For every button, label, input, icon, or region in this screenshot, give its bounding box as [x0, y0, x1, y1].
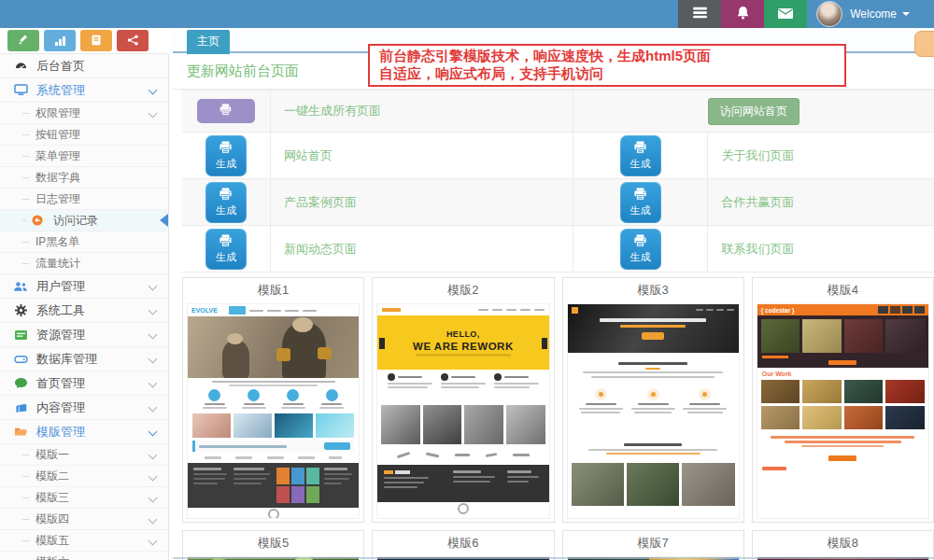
contacts-button[interactable] — [80, 30, 112, 51]
sidebar-item-template-1[interactable]: 模版一 — [0, 444, 168, 466]
sidebar-item-template-6[interactable]: 模版六 — [0, 552, 168, 560]
sidebar-item-visit-records[interactable]: 访问记录 — [0, 210, 168, 231]
monitor-icon — [12, 84, 29, 96]
record-icon — [29, 215, 46, 226]
printer-icon — [219, 103, 233, 119]
generate-contact-button[interactable]: 生成 — [620, 229, 661, 270]
page-name: 关于我们页面 — [721, 147, 794, 164]
sidebar-item-system-tools[interactable]: 系统工具 — [0, 299, 168, 323]
template-card-7[interactable]: 模版7 — [562, 530, 744, 560]
generate-home-button[interactable]: 生成 — [205, 135, 247, 176]
sidebar-item-ip-blacklist[interactable]: IP黑名单 — [0, 231, 168, 253]
book-icon — [91, 33, 102, 49]
sidebar-item-database-mgmt[interactable]: 数据库管理 — [0, 347, 168, 371]
sidebar-item-permission-mgmt[interactable]: 权限管理 — [0, 103, 168, 124]
sidebar-item-label: 模版管理 — [36, 424, 85, 441]
notifications-button[interactable] — [721, 0, 764, 28]
sidebar-item-dashboard[interactable]: 后台首页 — [0, 54, 168, 78]
welcome-menu[interactable]: Welcome — [850, 7, 910, 21]
chevron-down-icon — [149, 493, 158, 502]
sidebar-item-label: 访问记录 — [53, 213, 98, 229]
book-icon — [12, 402, 29, 413]
theme-fab-button[interactable] — [914, 31, 934, 57]
sidebar-item-data-dict[interactable]: 数据字典 — [0, 167, 168, 189]
chevron-down-icon — [149, 536, 158, 545]
share-button[interactable] — [117, 30, 149, 51]
topbar: Welcome — [0, 0, 934, 28]
mail-icon — [778, 6, 793, 22]
printer-icon — [632, 141, 648, 156]
sidebar-item-label: 内容管理 — [36, 399, 85, 416]
printer-icon — [632, 234, 648, 249]
sidebar-item-resource-mgmt[interactable]: 资源管理 — [0, 323, 168, 347]
page-title: 更新网站前台页面 — [187, 63, 299, 78]
sidebar-item-system-mgmt[interactable]: 系统管理 — [0, 78, 168, 103]
table-row: 生成 新闻动态页面 生成 联系我们页面 — [182, 226, 934, 273]
template-preview — [568, 304, 739, 518]
edit-button[interactable] — [7, 30, 39, 51]
gear-icon — [12, 304, 29, 316]
messages-button[interactable] — [764, 0, 807, 28]
table-row: 生成 网站首页 生成 关于我们页面 — [182, 133, 934, 179]
horizontal-scrollbar[interactable] — [173, 557, 934, 559]
comment-icon — [12, 377, 29, 389]
sidebar-item-template-3[interactable]: 模版三 — [0, 487, 168, 509]
sidebar-item-label: 后台首页 — [36, 58, 85, 75]
template-card-6[interactable]: 模版6 — [372, 530, 554, 560]
template-grid: 模版1 EVOLVE — [182, 277, 934, 560]
template-card-1[interactable]: 模版1 EVOLVE — [182, 277, 364, 523]
template-card-8[interactable]: 模版8 — [752, 530, 934, 560]
menu-button[interactable] — [678, 0, 721, 28]
sidebar-item-traffic-stats[interactable]: 流量统计 — [0, 253, 168, 274]
sidebar-item-label: 资源管理 — [36, 327, 85, 343]
generate-all-button[interactable] — [197, 99, 255, 123]
sidebar-item-label: IP黑名单 — [35, 234, 79, 250]
sidebar-item-label: 模版五 — [35, 533, 69, 549]
page-name: 网站首页 — [284, 147, 333, 164]
sidebar-item-template-4[interactable]: 模版四 — [0, 509, 168, 530]
generate-label: 生成 — [630, 203, 651, 217]
chevron-down-icon — [149, 330, 158, 340]
chevron-down-icon — [149, 471, 158, 481]
sidebar-item-user-mgmt[interactable]: 用户管理 — [0, 274, 168, 299]
sidebar-item-template-2[interactable]: 模版二 — [0, 466, 168, 487]
sidebar-item-label: 模版三 — [35, 490, 69, 506]
template-card-3[interactable]: 模版3 — [562, 277, 744, 523]
generate-about-button[interactable]: 生成 — [620, 135, 661, 176]
chevron-down-icon — [149, 403, 158, 413]
stats-button[interactable] — [44, 30, 76, 51]
template-name: 模版7 — [563, 531, 743, 553]
generate-cooperation-button[interactable]: 生成 — [620, 182, 661, 223]
sidebar-item-menu-mgmt[interactable]: 菜单管理 — [0, 146, 168, 167]
generate-label: 生成 — [216, 203, 236, 217]
sidebar-item-label: 首页管理 — [36, 375, 85, 392]
sidebar-item-content-mgmt[interactable]: 内容管理 — [0, 396, 168, 420]
sidebar-item-label: 菜单管理 — [35, 148, 80, 164]
sidebar-item-template-5[interactable]: 模版五 — [0, 530, 168, 552]
sidebar-item-button-mgmt[interactable]: 按钮管理 — [0, 124, 168, 146]
table-row: 生成 产品案例页面 生成 合作共赢页面 — [182, 179, 934, 226]
list-icon — [12, 329, 29, 341]
tab-home[interactable]: 主页 — [187, 30, 230, 54]
template-card-2[interactable]: 模版2 HELLO, WE ARE REWORK — [372, 277, 554, 523]
sidebar-item-log-mgmt[interactable]: 日志管理 — [0, 189, 168, 210]
generate-products-button[interactable]: 生成 — [205, 182, 247, 223]
sidebar-item-template-mgmt[interactable]: 模版管理 — [0, 420, 168, 444]
template-card-4[interactable]: 模版4 { codestar } — [752, 277, 934, 523]
chevron-down-icon — [149, 355, 158, 364]
users-icon — [12, 281, 29, 292]
page-name: 产品案例页面 — [284, 194, 357, 211]
avatar[interactable] — [816, 1, 842, 27]
template-card-5[interactable]: 模版5 Harvest — [182, 530, 364, 560]
printer-icon — [218, 188, 234, 203]
generate-news-button[interactable]: 生成 — [205, 229, 247, 270]
tab-home-label: 主页 — [197, 35, 219, 48]
sidebar-item-label: 系统管理 — [36, 82, 85, 99]
page-name: 新闻动态页面 — [284, 241, 357, 258]
visit-site-button[interactable]: 访问网站首页 — [708, 98, 800, 125]
printer-icon — [632, 188, 648, 203]
dashboard-icon — [12, 61, 29, 72]
folder-open-icon — [12, 427, 29, 437]
table-row: 一键生成所有页面 访问网站首页 — [182, 91, 934, 133]
sidebar-item-homepage-mgmt[interactable]: 首页管理 — [0, 371, 168, 396]
